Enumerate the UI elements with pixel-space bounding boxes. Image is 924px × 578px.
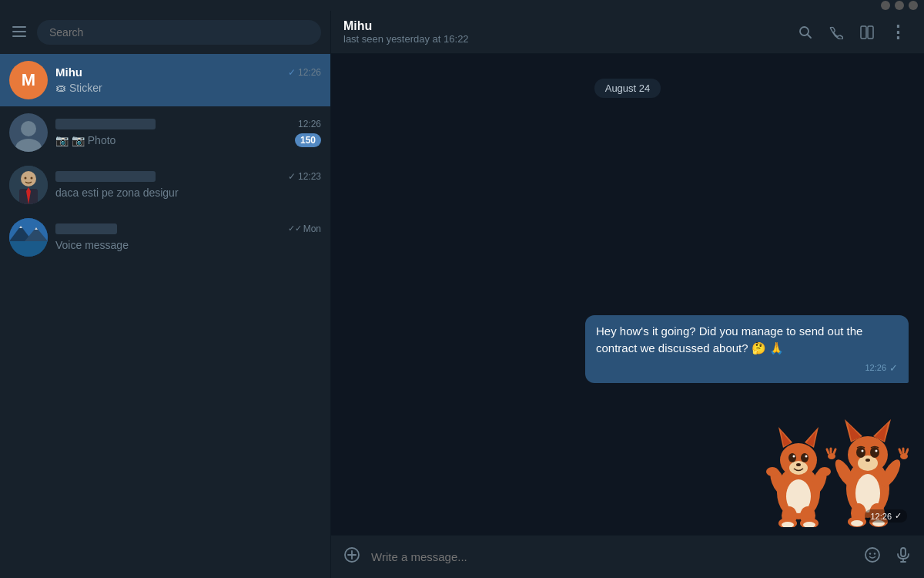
chat-preview-3: daca esti pe zona desigur <box>55 187 179 199</box>
chat-item-4[interactable]: ✓✓ Mon Voice message <box>0 211 330 264</box>
svg-point-56 <box>875 450 878 452</box>
title-bar <box>0 0 924 11</box>
svg-point-10 <box>31 177 33 180</box>
microphone-icon[interactable] <box>892 543 915 570</box>
message-input-area <box>331 535 924 578</box>
check-double-icon-4: ✓✓ <box>288 223 302 234</box>
chat-preview-2: 📷 📷 Photo <box>55 134 116 146</box>
svg-point-29 <box>789 461 808 475</box>
attach-icon[interactable] <box>340 543 363 570</box>
search-input[interactable] <box>37 20 321 45</box>
chat-list: M Mihu ✓ 12:26 🎟 Sticker <box>0 54 330 578</box>
close-button[interactable] <box>909 1 918 10</box>
main-layout: M Mihu ✓ 12:26 🎟 Sticker <box>0 11 924 578</box>
avatar-2 <box>9 113 48 152</box>
chat-name-blur-4 <box>55 223 117 234</box>
svg-point-37 <box>766 467 778 476</box>
svg-rect-21 <box>868 26 873 39</box>
svg-point-54 <box>870 447 879 458</box>
svg-point-72 <box>851 520 863 526</box>
message-time-1: 12:26 <box>865 361 886 375</box>
chat-header-info: Mihu last seen yesterday at 16:22 <box>343 19 784 45</box>
messages-area: August 24 Hey how's it going? Did you ma… <box>331 54 924 535</box>
sticker-container: 12:26 ✓ <box>755 392 909 527</box>
check-icon-mihu: ✓ <box>288 67 296 78</box>
sticker-check: ✓ <box>895 511 902 521</box>
svg-point-30 <box>788 453 796 462</box>
sticker-visual <box>755 392 909 527</box>
svg-line-63 <box>834 449 835 453</box>
message-row-1: Hey how's it going? Did you manage to se… <box>346 315 909 384</box>
message-input[interactable] <box>371 550 853 563</box>
svg-point-33 <box>805 455 808 458</box>
avatar-4 <box>9 218 48 257</box>
chat-name-blur-2 <box>55 119 156 129</box>
message-meta-1: 12:26 ✓ <box>596 361 898 376</box>
svg-point-38 <box>819 467 831 476</box>
chat-header-status: last seen yesterday at 16:22 <box>343 33 784 45</box>
chat-header: Mihu last seen yesterday at 16:22 ⋮ <box>331 11 924 54</box>
svg-line-61 <box>827 449 829 453</box>
svg-rect-0 <box>12 26 26 28</box>
svg-point-31 <box>801 453 808 462</box>
emoji-icon[interactable] <box>861 543 884 570</box>
columns-button[interactable] <box>853 18 881 46</box>
sidebar: M Mihu ✓ 12:26 🎟 Sticker <box>0 11 331 578</box>
avatar-3 <box>9 166 48 204</box>
sticker-row: 12:26 ✓ <box>346 392 909 527</box>
app-container: M Mihu ✓ 12:26 🎟 Sticker <box>0 0 924 578</box>
chat-item-2[interactable]: 12:26 📷 📷 Photo 150 <box>0 106 330 159</box>
message-text-1: Hey how's it going? Did you manage to se… <box>596 324 862 355</box>
chat-item-mihu[interactable]: M Mihu ✓ 12:26 🎟 Sticker <box>0 54 330 106</box>
badge-2: 150 <box>295 133 321 147</box>
more-button[interactable]: ⋮ <box>884 18 912 46</box>
chat-item-3[interactable]: ✓ 12:23 daca esti pe zona desigur <box>0 159 330 211</box>
menu-icon[interactable] <box>9 22 29 44</box>
chat-area: Mihu last seen yesterday at 16:22 ⋮ <box>331 11 924 578</box>
header-actions: ⋮ <box>792 18 912 46</box>
svg-point-77 <box>865 548 879 562</box>
chat-time-3: 12:23 <box>298 171 321 182</box>
svg-rect-20 <box>861 26 866 39</box>
svg-rect-1 <box>12 31 26 32</box>
search-button[interactable] <box>792 18 819 46</box>
sidebar-header <box>0 11 330 54</box>
avatar-mihu: M <box>9 61 48 99</box>
chat-name-mihu: Mihu <box>55 66 82 79</box>
svg-point-34 <box>796 463 801 466</box>
check-icon-3: ✓ <box>288 171 296 182</box>
chat-content-mihu: Mihu ✓ 12:26 🎟 Sticker <box>55 66 321 95</box>
svg-point-79 <box>874 553 875 554</box>
svg-point-78 <box>869 553 871 554</box>
sticker-time-overlay: 12:26 ✓ <box>865 509 907 523</box>
svg-rect-80 <box>901 548 906 556</box>
svg-point-55 <box>862 450 864 452</box>
chat-preview-mihu: 🎟 Sticker <box>55 82 102 94</box>
message-check-1: ✓ <box>889 361 898 376</box>
svg-point-57 <box>865 459 870 462</box>
svg-line-19 <box>808 34 812 38</box>
message-bubble-1: Hey how's it going? Did you manage to se… <box>585 315 909 384</box>
svg-point-53 <box>856 447 865 458</box>
svg-point-3 <box>21 121 36 136</box>
chat-header-name: Mihu <box>343 19 784 33</box>
svg-point-52 <box>858 455 878 471</box>
svg-point-4 <box>15 139 42 152</box>
chat-name-blur-3 <box>55 171 156 182</box>
date-badge: August 24 <box>346 79 909 98</box>
phone-button[interactable] <box>822 18 850 46</box>
chat-time-4: Mon <box>303 223 321 234</box>
maximize-button[interactable] <box>895 1 904 10</box>
chat-content-4: ✓✓ Mon Voice message <box>55 223 321 252</box>
svg-rect-2 <box>12 35 26 37</box>
svg-point-9 <box>25 177 27 180</box>
fox-sticker-icon <box>755 392 909 527</box>
svg-point-6 <box>21 171 36 187</box>
svg-line-65 <box>899 449 901 453</box>
window-controls <box>881 1 918 10</box>
chat-time-2: 12:26 <box>298 119 321 129</box>
svg-rect-15 <box>9 241 48 257</box>
sticker-time: 12:26 <box>870 512 892 521</box>
svg-line-67 <box>906 449 908 453</box>
minimize-button[interactable] <box>881 1 890 10</box>
